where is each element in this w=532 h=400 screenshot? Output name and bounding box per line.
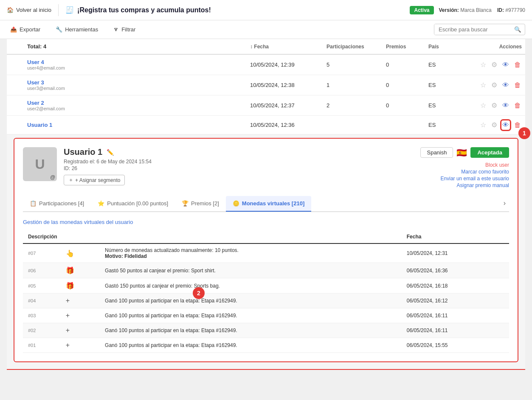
fecha-cell: 10/05/2024, 12:39 bbox=[250, 62, 327, 68]
coins-row-icon: + bbox=[61, 308, 100, 323]
settings-button[interactable]: ⚙ bbox=[490, 101, 498, 110]
view-button[interactable]: 👁 bbox=[501, 60, 510, 70]
star-button[interactable]: ☆ bbox=[479, 80, 487, 90]
user-name[interactable]: User 3 bbox=[27, 79, 250, 86]
home-link[interactable]: 🏠 Volver al inicio bbox=[7, 7, 51, 13]
export-icon: 📤 bbox=[10, 26, 17, 33]
premios-cell: 0 bbox=[386, 102, 428, 109]
home-label: Volver al inicio bbox=[16, 7, 51, 13]
actions-cell: ☆ ⚙ 👁 🗑 1 bbox=[462, 120, 522, 130]
export-button[interactable]: 📤 Exportar bbox=[7, 25, 44, 34]
col-acciones: Acciones bbox=[462, 44, 522, 50]
panel-right: Spanish 🇪🇸 Aceptada Block user Marcar co… bbox=[399, 147, 509, 188]
panel-user-info: Usuario 1 ✏️ Registrado el: 6 de May de … bbox=[64, 147, 392, 185]
delete-button[interactable]: 🗑 bbox=[513, 60, 522, 70]
tab-premios[interactable]: 🏆 Premios [2] bbox=[175, 196, 226, 212]
settings-button[interactable]: ⚙ bbox=[490, 60, 498, 70]
search-input[interactable] bbox=[434, 24, 511, 35]
at-icon: @ bbox=[50, 174, 55, 180]
tab-puntuacion[interactable]: ⭐ Puntuación [0.00 puntos] bbox=[91, 196, 175, 212]
pais-cell: ES bbox=[428, 62, 462, 68]
panel-user-name: Usuario 1 bbox=[64, 147, 102, 157]
title-text: ¡Registra tus compras y acumula puntos! bbox=[77, 6, 211, 14]
table-row: User 3 user3@email.com 10/05/2024, 12:38… bbox=[7, 75, 525, 95]
plus-icon: ＋ bbox=[68, 176, 73, 184]
table-row: User 2 user2@email.com 10/05/2024, 12:37… bbox=[7, 95, 525, 116]
filter-icon: ⛛ bbox=[113, 26, 119, 33]
coins-row-desc: Ganó 100 puntos al participar en la etap… bbox=[100, 338, 402, 353]
col-fecha[interactable]: ↕ Fecha bbox=[250, 44, 327, 50]
premios-cell: 0 bbox=[386, 82, 428, 88]
block-user-link[interactable]: Block user bbox=[485, 162, 509, 168]
tab-next-button[interactable]: › bbox=[500, 195, 509, 211]
filter-button[interactable]: ⛛ Filtrar bbox=[110, 25, 139, 34]
user-email: user2@email.com bbox=[27, 106, 250, 111]
coins-section: Gestión de las monedas virtuales del usu… bbox=[23, 219, 509, 353]
view-button[interactable]: 👁 bbox=[501, 81, 510, 90]
panel-user-name-row: Usuario 1 ✏️ bbox=[64, 147, 392, 157]
tab-monedas[interactable]: 🪙 Monedas virtuales [210] bbox=[226, 196, 311, 212]
col-premios: Premios bbox=[386, 44, 428, 50]
table-header: Total: 4 ↕ Fecha Participaciones Premios… bbox=[7, 39, 525, 55]
flag-icon: 🇪🇸 bbox=[456, 148, 467, 158]
actions-cell: ☆ ⚙ 👁 🗑 bbox=[462, 80, 522, 90]
topbar-title: 🧾 ¡Registra tus compras y acumula puntos… bbox=[65, 6, 403, 14]
tab-participaciones[interactable]: 📋 Participaciones [4] bbox=[23, 196, 91, 212]
settings-button[interactable]: ⚙ bbox=[490, 80, 498, 90]
coins-row-id: #04 bbox=[23, 294, 61, 308]
star-button[interactable]: ☆ bbox=[479, 60, 487, 70]
avatar-letter: U bbox=[35, 157, 45, 172]
panel-user-meta: Registrado el: 6 de May de 2024 15:54 ID… bbox=[64, 159, 392, 171]
send-email-link[interactable]: Enviar un email a este usuario bbox=[441, 176, 509, 182]
coins-table-row: #07 👆 Número de monedas actualizado manu… bbox=[23, 243, 509, 263]
coins-row-icon: + bbox=[61, 294, 100, 308]
user-info: User 3 user3@email.com bbox=[27, 79, 250, 91]
user-name[interactable]: Usuario 1 bbox=[27, 122, 250, 128]
coin-icon: 🪙 bbox=[233, 200, 239, 207]
tab-puntuacion-label: Puntuación [0.00 puntos] bbox=[107, 200, 168, 207]
coins-table-row: #06 🎁 Gastó 50 puntos al canjear el prem… bbox=[23, 263, 509, 278]
star-button[interactable]: ☆ bbox=[479, 120, 487, 130]
status-badge: Aceptada bbox=[470, 147, 509, 158]
coins-row-id: #07 bbox=[23, 243, 61, 263]
actions-cell: ☆ ⚙ 👁 🗑 bbox=[462, 101, 522, 110]
expanded-section: Usuario 1 10/05/2024, 12:36 ES ☆ ⚙ 👁 🗑 1 bbox=[7, 116, 525, 370]
col-pais: País bbox=[428, 44, 462, 50]
coins-row-id: #02 bbox=[23, 323, 61, 338]
coins-row-icon: 👆 bbox=[61, 243, 100, 263]
toolbar: 📤 Exportar 🔧 Herramientas ⛛ Filtrar 🔍 bbox=[0, 20, 532, 39]
total-count: Total: 4 bbox=[27, 43, 250, 50]
pais-cell: ES bbox=[428, 102, 462, 109]
fecha-cell: 10/05/2024, 12:38 bbox=[250, 82, 327, 88]
coins-row-id: #03 bbox=[23, 308, 61, 323]
coins-section-title[interactable]: Gestión de las monedas virtuales del usu… bbox=[23, 219, 509, 225]
user-name[interactable]: User 2 bbox=[27, 100, 250, 106]
col-participaciones: Participaciones bbox=[327, 44, 386, 50]
tools-icon: 🔧 bbox=[56, 26, 62, 33]
star-button[interactable]: ☆ bbox=[479, 101, 487, 110]
search-button[interactable]: 🔍 bbox=[511, 24, 525, 35]
mark-favorite-link[interactable]: Marcar como favorito bbox=[461, 169, 509, 175]
delete-button[interactable]: 🗑 bbox=[513, 81, 522, 90]
receipt-icon: 🧾 bbox=[65, 6, 74, 14]
assign-prize-link[interactable]: Asignar premio manual bbox=[457, 182, 509, 188]
settings-button[interactable]: ⚙ bbox=[490, 120, 498, 130]
view-button[interactable]: 👁 bbox=[501, 120, 510, 130]
pais-cell: ES bbox=[428, 122, 462, 128]
view-button[interactable]: 👁 bbox=[501, 101, 510, 110]
panel-header: U @ Usuario 1 ✏️ Registrado el: 6 de May… bbox=[23, 147, 509, 188]
assign-segment-button[interactable]: ＋ + Asignar segmento bbox=[64, 175, 125, 185]
topbar-divider bbox=[58, 4, 59, 16]
coins-row-fecha: 06/05/2024, 16:11 bbox=[402, 308, 509, 323]
delete-button[interactable]: 🗑 bbox=[513, 101, 522, 110]
user-email: user4@email.com bbox=[27, 65, 250, 70]
tab-monedas-label: Monedas virtuales [210] bbox=[242, 200, 304, 207]
user-email: user3@email.com bbox=[27, 86, 250, 91]
lang-row: Spanish 🇪🇸 Aceptada bbox=[420, 147, 509, 158]
annotation-2: 2 bbox=[193, 287, 205, 299]
edit-icon[interactable]: ✏️ bbox=[107, 149, 114, 156]
user-name[interactable]: User 4 bbox=[27, 59, 250, 65]
col-desc-header: Descripción bbox=[23, 230, 402, 243]
coins-row-fecha: 10/05/2024, 12:31 bbox=[402, 243, 509, 263]
tools-button[interactable]: 🔧 Herramientas bbox=[52, 25, 101, 34]
